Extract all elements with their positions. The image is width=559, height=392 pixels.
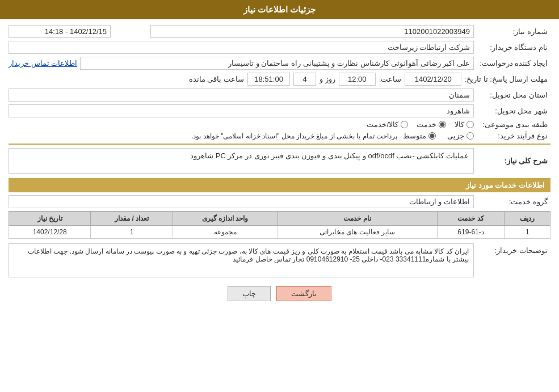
general-desc-label: شرح کلی نیاز: bbox=[477, 157, 550, 165]
purchase-jozi-radio[interactable] bbox=[466, 132, 474, 140]
page-header: جزئیات اطلاعات نیاز bbox=[0, 0, 559, 19]
deadline-day-label: روز و bbox=[320, 75, 335, 83]
province-value: سمنان bbox=[9, 88, 474, 102]
deadline-days-value: 4 bbox=[293, 73, 316, 86]
requester-label: ایجاد کننده درخواست: bbox=[477, 59, 550, 68]
category-kala-radio[interactable] bbox=[466, 121, 474, 128]
city-label: شهر محل تحویل: bbox=[477, 107, 550, 115]
province-label: استان محل تحویل: bbox=[477, 91, 550, 99]
category-kala-khedmat: کالا/خدمت bbox=[367, 120, 408, 129]
category-radio-group: کالا خدمت کالا/خدمت bbox=[9, 120, 474, 129]
purchase-type-note: پرداخت تمام یا بخشی از مبلغ خریداز محل "… bbox=[191, 132, 397, 140]
col-header-unit: واحد اندازه گیری bbox=[173, 212, 278, 226]
buyer-org-label: نام دستگاه خریدار: bbox=[477, 43, 550, 52]
buyer-org-value: شرکت ارتباطات زیرساخت bbox=[9, 41, 474, 54]
category-khedmat-radio[interactable] bbox=[439, 121, 446, 128]
need-number-label: شماره نیاز: bbox=[477, 27, 550, 36]
cell-row: 1 bbox=[505, 226, 550, 239]
table-row: 1د-61-619سایر فعالیت های مخابراتیمجموعه1… bbox=[9, 226, 550, 239]
deadline-time-label: ساعت: bbox=[379, 75, 402, 83]
service-group-row: گروه خدمت: اطلاعات و ارتباطات bbox=[9, 195, 550, 208]
buyer-org-row: نام دستگاه خریدار: شرکت ارتباطات زیرساخت bbox=[9, 41, 550, 54]
services-table: ردیف کد خدمت نام خدمت واحد اندازه گیری ت… bbox=[9, 211, 550, 239]
general-desc-row: شرح کلی نیاز: عملیات کابلکشی -نصب odf/oc… bbox=[9, 148, 550, 174]
deadline-date-value: 1402/12/20 bbox=[405, 73, 461, 86]
cell-date: 1402/12/28 bbox=[9, 226, 91, 239]
cell-unit: مجموعه bbox=[173, 226, 278, 239]
col-header-row: ردیف bbox=[505, 212, 550, 226]
buyer-notes-value: ایران کد کالا مشابه می باشد قیمت استعلام… bbox=[9, 243, 474, 277]
category-label: طبقه بندی موضوعی: bbox=[477, 120, 550, 129]
deadline-remaining-value: 18:51:00 bbox=[247, 73, 290, 86]
deadline-date-row: 1402/12/20 ساعت: 12:00 روز و 4 18:51:00 … bbox=[9, 73, 461, 86]
services-section-title: اطلاعات خدمات مورد نیاز bbox=[9, 178, 550, 192]
main-content: شماره نیاز: 1102001022003949 1402/12/15 … bbox=[0, 19, 559, 315]
announce-date-value: 1402/12/15 - 14:18 bbox=[9, 25, 111, 38]
buyer-notes-row: توضیحات خریدار: ایران کد کالا مشابه می ب… bbox=[9, 243, 550, 277]
category-kala-khedmat-radio[interactable] bbox=[401, 121, 408, 128]
deadline-remaining-label: ساعت باقی مانده bbox=[189, 75, 244, 83]
print-button[interactable]: چاپ bbox=[228, 286, 271, 301]
cell-quantity: 1 bbox=[91, 226, 173, 239]
buyer-notes-label: توضیحات خریدار: bbox=[477, 243, 550, 255]
contact-info-link[interactable]: اطلاعات تماس خریدار bbox=[9, 59, 77, 68]
requester-value: علی اکبر رضائی آهوانوئی کارشناس نظارت و … bbox=[80, 57, 474, 70]
category-khedmat: خدمت bbox=[417, 120, 446, 129]
col-header-code: کد خدمت bbox=[437, 212, 505, 226]
purchase-motavasset: متوسط bbox=[403, 132, 436, 140]
category-khedmat-label: خدمت bbox=[417, 120, 436, 129]
purchase-type-label: نوع فرآیند خرید: bbox=[477, 132, 550, 140]
deadline-time-value: 12:00 bbox=[339, 73, 376, 86]
back-button[interactable]: بازگشت bbox=[276, 286, 331, 301]
category-kala-label: کالا bbox=[455, 120, 464, 129]
purchase-motavasset-label: متوسط bbox=[403, 132, 426, 140]
purchase-motavasset-radio[interactable] bbox=[428, 132, 436, 140]
city-value: شاهرود bbox=[9, 104, 474, 117]
category-kala-khedmat-label: کالا/خدمت bbox=[367, 120, 398, 129]
col-header-qty: تعداد / مقدار bbox=[91, 212, 173, 226]
col-header-name: نام خدمت bbox=[278, 212, 437, 226]
general-desc-value: عملیات کابلکشی -نصب odf/ocdf و پیکنل بند… bbox=[9, 148, 474, 174]
category-kala: کالا bbox=[455, 120, 474, 129]
page-container: جزئیات اطلاعات نیاز شماره نیاز: 11020010… bbox=[0, 0, 559, 392]
service-group-value: اطلاعات و ارتباطات bbox=[9, 195, 474, 208]
province-row: استان محل تحویل: سمنان bbox=[9, 88, 550, 102]
section-divider-1 bbox=[9, 144, 550, 145]
deadline-row: مهلت ارسال پاسخ: تا تاریخ: 1402/12/20 سا… bbox=[9, 73, 550, 86]
purchase-jozi-label: جزیی bbox=[447, 132, 464, 140]
cell-name: سایر فعالیت های مخابراتی bbox=[278, 226, 437, 239]
cell-code: د-61-619 bbox=[437, 226, 505, 239]
requester-row: ایجاد کننده درخواست: علی اکبر رضائی آهوا… bbox=[9, 57, 550, 70]
page-title: جزئیات اطلاعات نیاز bbox=[243, 5, 316, 14]
col-header-date: تاریخ نیاز bbox=[9, 212, 91, 226]
purchase-type-row: نوع فرآیند خرید: جزیی متوسط پرداخت تمام … bbox=[9, 132, 550, 140]
city-row: شهر محل تحویل: شاهرود bbox=[9, 104, 550, 117]
need-number-value: 1102001022003949 bbox=[150, 25, 474, 38]
purchase-type-options: جزیی متوسط bbox=[403, 132, 474, 140]
category-row: طبقه بندی موضوعی: کالا خدمت کالا/خدمت bbox=[9, 120, 550, 129]
service-group-label: گروه خدمت: bbox=[477, 197, 550, 206]
need-number-row: شماره نیاز: 1102001022003949 1402/12/15 … bbox=[9, 25, 550, 38]
deadline-label: مهلت ارسال پاسخ: تا تاریخ: bbox=[464, 75, 550, 83]
purchase-jozi: جزیی bbox=[447, 132, 474, 140]
button-row: بازگشت چاپ bbox=[9, 286, 550, 301]
